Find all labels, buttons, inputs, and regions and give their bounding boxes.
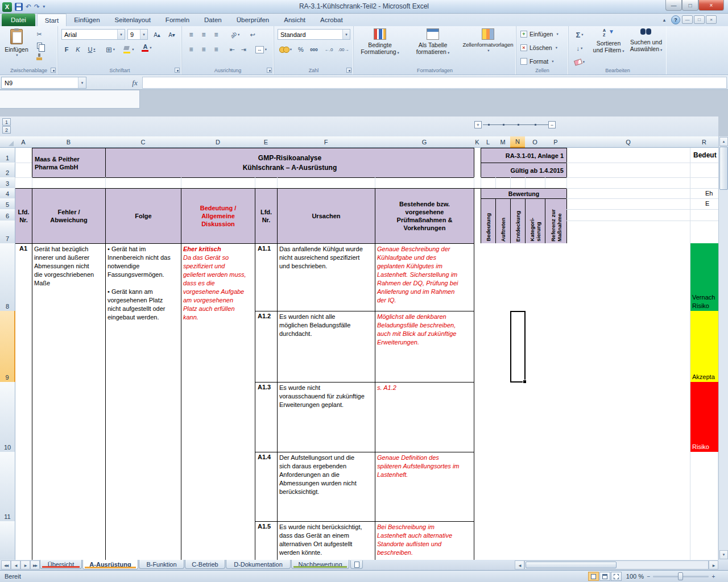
normal-view-button[interactable] <box>588 572 599 581</box>
cell-Q9[interactable] <box>566 311 690 383</box>
number-format-select[interactable]: Standard ▾ <box>278 29 350 40</box>
header-rot-entdeckung[interactable]: Entdeckung <box>510 198 526 244</box>
cell-Q12[interactable] <box>566 521 690 560</box>
format-painter-button[interactable] <box>33 52 46 62</box>
row-header-9[interactable]: 9 <box>0 311 15 383</box>
cell-C8-folge[interactable]: • Gerät hat im Innenbereich nicht das no… <box>105 243 181 560</box>
zoom-in-button[interactable]: + <box>710 573 717 580</box>
header-rot-auftreten[interactable]: Auftreten <box>495 198 511 244</box>
clear-button[interactable]: ▾ <box>571 56 588 68</box>
font-name-dropdown-icon[interactable]: ▾ <box>117 30 125 39</box>
increase-indent-button[interactable]: ⇥ <box>238 44 249 55</box>
cell-L8[interactable] <box>481 243 496 311</box>
merge-dropdown-icon[interactable]: ▾ <box>265 47 267 52</box>
underline-dropdown-icon[interactable]: ▾ <box>93 47 95 52</box>
accounting-format-button[interactable]: ▾ <box>278 44 293 55</box>
shrink-font-button[interactable]: A▾ <box>165 29 179 40</box>
selection-box-N9[interactable] <box>510 311 526 383</box>
delete-cells-button[interactable]: ×Löschen▾ <box>520 44 557 51</box>
cell-doc-valid[interactable]: Gültig ab 1.4.2015 <box>481 163 567 178</box>
cell-F8[interactable]: Das anfallende Kühlgut wurde nicht ausre… <box>277 243 375 311</box>
fill-color-dropdown-icon[interactable]: ▾ <box>132 47 134 52</box>
cell-R11[interactable] <box>690 452 718 522</box>
font-color-button[interactable]: A▾ <box>139 42 155 53</box>
cell-company[interactable]: Maas & Peither Pharma GmbH <box>32 148 106 178</box>
cell-E12[interactable]: A1.5 <box>255 521 278 560</box>
number-format-dropdown-icon[interactable]: ▾ <box>342 30 350 39</box>
header-folge[interactable]: Folge <box>105 188 181 244</box>
find-select-button[interactable]: Suchen und Auswählen▾ <box>628 28 664 72</box>
cell-F12[interactable]: Es wurde nicht berücksichtigt, dass das … <box>277 521 375 560</box>
cell-G12[interactable]: Bei Beschreibung im Lastenheft auch alte… <box>375 521 474 560</box>
excel-logo-icon[interactable]: X <box>2 2 12 12</box>
hscroll-right-button[interactable]: ▶ <box>709 560 718 569</box>
column-header-P[interactable]: P <box>545 136 567 148</box>
cell-N8[interactable] <box>510 243 526 311</box>
select-all-corner[interactable] <box>0 136 15 148</box>
align-middle-button[interactable]: ≡ <box>198 29 209 40</box>
header-rot-kategorisierung[interactable]: Kategori- sierung <box>525 198 545 244</box>
cell-Q11[interactable] <box>566 452 690 522</box>
cell-doc-title[interactable]: GMP-Risikoanalyse Kühlschrank – A-Ausrüs… <box>105 148 474 178</box>
workbook-restore-button[interactable]: □ <box>694 15 705 24</box>
cell-M8[interactable] <box>495 243 511 311</box>
column-header-A[interactable]: A <box>15 136 32 148</box>
cell-O9[interactable] <box>525 311 545 383</box>
decrease-indent-button[interactable]: ⇤ <box>226 44 238 55</box>
collapse-group-button[interactable]: − <box>548 121 556 128</box>
cell-N11[interactable] <box>510 452 526 522</box>
cell-F10[interactable]: Es wurde nicht vorausschauend für zukünf… <box>277 382 375 452</box>
font-name-select[interactable]: Arial ▾ <box>61 29 125 40</box>
cell-styles-button[interactable]: Zellenformatvorlagen ▾ <box>461 28 515 72</box>
paste-button[interactable]: Einfügen ▾ <box>3 28 30 72</box>
sheet-tab-Nachbewertung[interactable]: Nachbewertung <box>291 560 349 569</box>
tab-formeln[interactable]: Formeln <box>158 14 197 26</box>
cell-E8[interactable]: A1.1 <box>255 243 278 311</box>
column-header-D[interactable]: D <box>181 136 255 148</box>
column-header-O[interactable]: O <box>525 136 545 148</box>
row-header-4[interactable]: 4 <box>0 188 15 199</box>
align-left-button[interactable]: ≡ <box>185 44 197 55</box>
increase-decimal-button[interactable]: ←.0 <box>322 44 336 55</box>
column-header-E[interactable]: E <box>255 136 278 148</box>
cell-R12[interactable] <box>690 521 718 560</box>
cell-G11[interactable]: Genaue Definition des späteren Aufstellu… <box>375 452 474 522</box>
page-layout-view-button[interactable] <box>599 572 610 581</box>
sheet-tab-A-Ausrüstung[interactable]: A-Ausrüstung <box>82 560 138 569</box>
cell-P9[interactable] <box>545 311 567 383</box>
row-header-7[interactable]: 7 <box>0 221 15 244</box>
accounting-dropdown-icon[interactable]: ▾ <box>290 47 292 52</box>
autosum-button[interactable]: Σ▾ <box>571 29 588 40</box>
cell-P10[interactable] <box>545 382 567 452</box>
formula-input[interactable] <box>142 77 727 89</box>
cell-Q10[interactable] <box>566 382 690 452</box>
scroll-up-button[interactable]: ▲ <box>719 137 728 146</box>
align-center-button[interactable]: ≡ <box>198 44 209 55</box>
insert-cells-button[interactable]: +Einfügen▾ <box>520 31 559 38</box>
tab-einfuegen[interactable]: Einfügen <box>67 14 107 26</box>
tab-ueberpruefen[interactable]: Überprüfen <box>229 14 277 26</box>
cell-B8-fehler[interactable]: Gerät hat bezüglich innerer und äußerer … <box>32 243 106 560</box>
workbook-close-button[interactable]: × <box>706 15 717 24</box>
align-right-button[interactable]: ≡ <box>210 44 222 55</box>
column-header-G[interactable]: G <box>375 136 474 148</box>
clipboard-dialog-launcher-icon[interactable] <box>51 68 56 73</box>
worksheet-grid[interactable]: Maas & Peither Pharma GmbH GMP-Risikoana… <box>0 136 718 560</box>
horizontal-scroll-thumb[interactable] <box>526 562 617 568</box>
wrap-text-button[interactable]: ↩ <box>246 29 259 40</box>
fill-button[interactable]: ↓▾ <box>571 43 588 54</box>
vertical-scroll-thumb[interactable] <box>719 147 728 190</box>
row-header-11[interactable]: 11 <box>0 452 15 522</box>
first-sheet-button[interactable]: ◀◀ <box>1 560 11 569</box>
vertical-scrollbar[interactable]: ▲ ▼ <box>718 136 728 560</box>
name-box-dropdown-icon[interactable]: ▾ <box>78 77 86 88</box>
row-header-5[interactable]: 5 <box>0 198 15 210</box>
save-icon[interactable] <box>15 3 23 11</box>
row-header-3[interactable]: 3 <box>0 177 15 189</box>
cell-doc-ref[interactable]: RA-3.1-01, Anlage 1 <box>481 148 567 163</box>
cell-L11[interactable] <box>481 452 496 522</box>
paste-dropdown-icon[interactable]: ▾ <box>16 53 18 57</box>
maximize-window-button[interactable]: □ <box>682 0 698 11</box>
next-sheet-button[interactable]: ▶ <box>20 560 30 569</box>
column-header-F[interactable]: F <box>277 136 375 148</box>
